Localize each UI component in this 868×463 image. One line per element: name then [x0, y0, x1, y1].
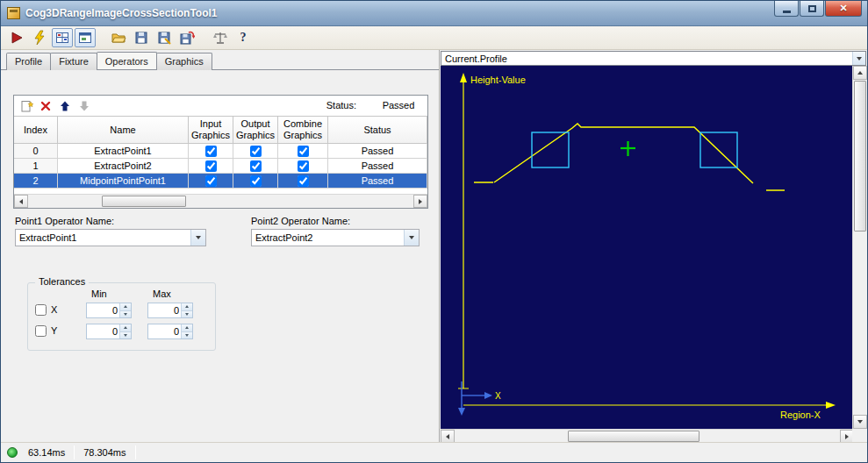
- input-graphics-checkbox[interactable]: [205, 175, 217, 187]
- profile-display[interactable]: Height-Value Region-X X: [441, 66, 854, 429]
- combine-graphics-checkbox[interactable]: [298, 175, 309, 187]
- move-down-button[interactable]: [75, 97, 93, 114]
- grid-icon: [54, 30, 70, 46]
- add-operator-button[interactable]: [18, 97, 35, 114]
- output-graphics-checkbox[interactable]: [250, 160, 262, 172]
- tolerance-x-max-input[interactable]: [148, 303, 181, 317]
- balance-button[interactable]: [210, 28, 231, 47]
- tool-edit-window: Cog3DRangeImageCrossSectionTool1 ✕: [0, 0, 868, 463]
- scroll-thumb[interactable]: [854, 81, 866, 232]
- tolerance-y-label: Y: [51, 325, 57, 336]
- tolerance-y-max-spinner[interactable]: [147, 324, 193, 339]
- operators-grid-toolbar: Status: Passed: [14, 96, 427, 116]
- run-button[interactable]: [6, 28, 27, 47]
- run-icon: [9, 30, 25, 46]
- float-window-button[interactable]: [75, 28, 96, 47]
- tolerance-y-min-input[interactable]: [87, 324, 119, 338]
- combine-graphics-checkbox[interactable]: [298, 146, 309, 157]
- spin-up-icon[interactable]: [182, 324, 192, 332]
- table-row[interactable]: 1 ExtractPoint2 Passed: [14, 159, 427, 174]
- tolerances-groupbox: Tolerances Min Max X Y: [27, 282, 216, 351]
- maximize-button[interactable]: [800, 1, 824, 17]
- tolerance-y-checkbox[interactable]: [35, 325, 47, 337]
- scroll-left-arrow[interactable]: [441, 430, 455, 443]
- main-area: Profile Fixture Operators Graphics: [1, 50, 867, 444]
- grid-horizontal-scrollbar[interactable]: [14, 194, 427, 208]
- display-record-selector[interactable]: Current.Profile: [441, 51, 866, 66]
- cell-index: 2: [14, 174, 58, 189]
- input-graphics-checkbox[interactable]: [205, 160, 217, 172]
- scroll-thumb[interactable]: [568, 431, 699, 442]
- spin-up-icon[interactable]: [120, 303, 131, 311]
- output-graphics-checkbox[interactable]: [250, 146, 262, 157]
- move-up-button[interactable]: [56, 97, 74, 114]
- col-header-index[interactable]: Index: [14, 117, 58, 144]
- status-led-icon: [7, 447, 18, 458]
- window-icon[interactable]: [7, 7, 20, 19]
- scales-icon: [212, 30, 228, 46]
- scroll-up-arrow[interactable]: [853, 66, 867, 80]
- statusbar-divider: [135, 445, 136, 459]
- spin-down-icon[interactable]: [182, 311, 192, 318]
- table-row-selected[interactable]: 2 MidpointPointPoint1 Passed: [14, 174, 427, 189]
- scroll-thumb[interactable]: [102, 196, 186, 207]
- display-background: [441, 66, 854, 429]
- col-header-name[interactable]: Name: [58, 117, 189, 144]
- col-header-status[interactable]: Status: [328, 117, 427, 144]
- help-button[interactable]: ?: [233, 28, 254, 47]
- tolerance-x-checkbox[interactable]: [35, 304, 47, 316]
- tolerance-y-min-spinner[interactable]: [86, 324, 132, 339]
- tab-profile[interactable]: Profile: [6, 53, 51, 70]
- close-button[interactable]: ✕: [825, 1, 862, 17]
- save-as-button[interactable]: [154, 28, 175, 47]
- tolerance-x-min-input[interactable]: [87, 303, 119, 317]
- delete-operator-button[interactable]: [37, 97, 54, 114]
- titlebar[interactable]: Cog3DRangeImageCrossSectionTool1 ✕: [1, 1, 867, 26]
- open-folder-icon: [111, 30, 126, 46]
- scroll-down-arrow[interactable]: [853, 415, 867, 429]
- point2-operator-combobox[interactable]: ExtractPoint2: [251, 229, 420, 246]
- origin-axis-label: X: [495, 391, 501, 401]
- dropdown-arrow-icon[interactable]: [404, 230, 419, 246]
- point1-operator-label: Point1 Operator Name:: [15, 216, 114, 226]
- dropdown-arrow-icon[interactable]: [852, 52, 865, 65]
- tab-graphics[interactable]: Graphics: [156, 53, 212, 70]
- save-button[interactable]: [131, 28, 152, 47]
- combine-graphics-checkbox[interactable]: [298, 160, 309, 172]
- display-record-value: Current.Profile: [441, 52, 852, 65]
- point2-operator-label: Point2 Operator Name:: [251, 216, 350, 226]
- spin-down-icon[interactable]: [120, 332, 131, 339]
- operators-tab-content: Status: Passed Index Name Input Graphics…: [1, 69, 439, 444]
- spin-down-icon[interactable]: [120, 311, 131, 318]
- tab-operators[interactable]: Operators: [97, 52, 157, 69]
- col-header-input[interactable]: Input Graphics: [189, 117, 233, 144]
- scroll-right-arrow[interactable]: [413, 195, 427, 208]
- dropdown-arrow-icon[interactable]: [190, 230, 205, 246]
- input-graphics-checkbox[interactable]: [205, 146, 217, 157]
- col-header-combine[interactable]: Combine Graphics: [278, 117, 328, 144]
- scroll-left-arrow[interactable]: [14, 195, 28, 208]
- live-run-button[interactable]: [29, 28, 50, 47]
- minimize-button[interactable]: [774, 1, 799, 17]
- table-row[interactable]: 0 ExtractPoint1 Passed: [14, 144, 427, 159]
- grid-toggle-button[interactable]: [52, 28, 73, 47]
- output-graphics-checkbox[interactable]: [250, 175, 262, 187]
- tolerance-x-max-spinner[interactable]: [147, 303, 193, 318]
- tab-fixture[interactable]: Fixture: [50, 53, 97, 70]
- import-button[interactable]: [176, 28, 197, 47]
- display-vertical-scrollbar[interactable]: [852, 66, 867, 429]
- point1-operator-combobox[interactable]: ExtractPoint1: [15, 229, 206, 246]
- tabstrip: Profile Fixture Operators Graphics: [6, 53, 212, 70]
- floppy-icon: [133, 30, 149, 46]
- tolerance-x-min-spinner[interactable]: [86, 303, 132, 318]
- spin-up-icon[interactable]: [182, 303, 192, 311]
- open-file-button[interactable]: [108, 28, 129, 47]
- spin-up-icon[interactable]: [120, 324, 131, 332]
- point1-operator-value: ExtractPoint1: [16, 230, 190, 246]
- cell-name: ExtractPoint1: [58, 144, 189, 159]
- spin-down-icon[interactable]: [182, 332, 192, 339]
- window-frame-icon: [77, 30, 93, 46]
- col-header-output[interactable]: Output Graphics: [233, 117, 278, 144]
- main-toolbar: ?: [1, 26, 867, 50]
- tolerance-y-max-input[interactable]: [148, 324, 181, 338]
